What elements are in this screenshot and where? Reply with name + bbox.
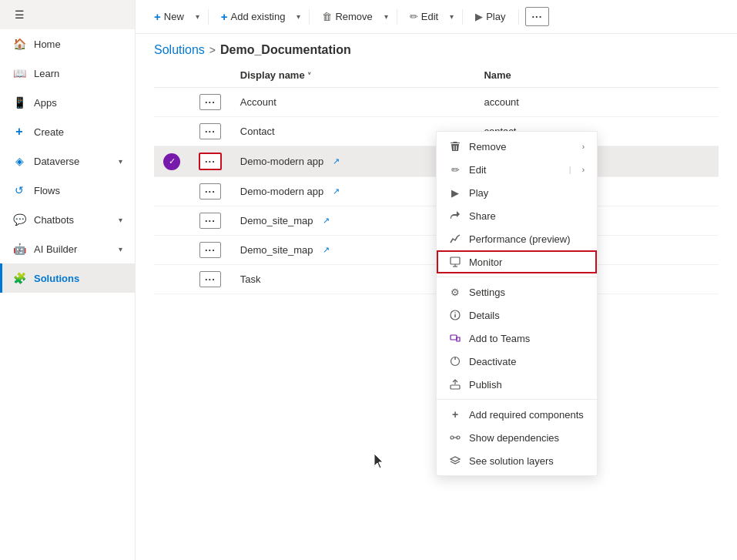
monitor-menu-icon bbox=[449, 256, 461, 268]
row-dots-cell: ··· bbox=[189, 117, 231, 146]
context-menu-item-monitor[interactable]: Monitor bbox=[437, 250, 597, 273]
row-more-button[interactable]: ··· bbox=[199, 123, 221, 139]
context-menu-item-add-to-teams[interactable]: Add to Teams bbox=[437, 327, 597, 350]
add-existing-chevron[interactable]: ▾ bbox=[294, 8, 303, 25]
remove-label: Remove bbox=[335, 11, 372, 22]
row-more-button[interactable]: ··· bbox=[199, 94, 221, 110]
sidebar-item-solutions-label: Solutions bbox=[34, 273, 122, 284]
separator-2 bbox=[309, 9, 310, 25]
context-menu-item-show-dependencies[interactable]: Show dependencies bbox=[437, 426, 597, 449]
menu-separator-1 bbox=[437, 277, 597, 277]
context-menu-item-deactivate[interactable]: Deactivate bbox=[437, 350, 597, 373]
new-button[interactable]: + New bbox=[148, 6, 190, 27]
sidebar-item-dataverse[interactable]: ◈ Dataverse ▾ bbox=[0, 146, 135, 176]
row-display-name: Demo-modern app bbox=[240, 186, 323, 197]
context-menu-item-see-solution-layers[interactable]: See solution layers bbox=[437, 449, 597, 472]
context-menu-item-details[interactable]: Details bbox=[437, 303, 597, 327]
toolbar: + New ▾ + Add existing ▾ 🗑 Remove ▾ ✏ Ed… bbox=[136, 0, 737, 34]
row-icon-cell bbox=[154, 88, 189, 117]
context-menu-item-publish[interactable]: Publish bbox=[437, 373, 597, 396]
hamburger-menu[interactable]: ☰ bbox=[0, 0, 135, 29]
home-icon: 🏠 bbox=[12, 37, 26, 51]
edit-menu-icon: ✏ bbox=[449, 163, 461, 176]
main-content: + New ▾ + Add existing ▾ 🗑 Remove ▾ ✏ Ed… bbox=[136, 0, 737, 560]
breadcrumb: Solutions > Demo_Documentation bbox=[136, 34, 737, 63]
sidebar-item-learn-label: Learn bbox=[34, 68, 122, 79]
context-menu-item-edit[interactable]: ✏ Edit | › bbox=[437, 158, 597, 181]
performance-menu-label: Performance (preview) bbox=[469, 233, 585, 245]
add-required-menu-icon: + bbox=[449, 408, 461, 421]
context-menu-item-settings[interactable]: ⚙ Settings bbox=[437, 280, 597, 303]
monitor-menu-label: Monitor bbox=[469, 257, 585, 268]
row-more-button[interactable]: ··· bbox=[199, 242, 221, 258]
sidebar-item-solutions[interactable]: 🧩 Solutions bbox=[0, 263, 135, 293]
row-icon-cell bbox=[154, 177, 189, 206]
edit-chevron[interactable]: ▾ bbox=[447, 8, 456, 25]
remove-chevron[interactable]: ▾ bbox=[382, 8, 390, 25]
external-link-icon: ↗ bbox=[333, 156, 340, 166]
see-solution-layers-menu-icon bbox=[449, 454, 461, 467]
row-icon-cell-selected: ✓ bbox=[154, 146, 189, 177]
context-menu-item-play[interactable]: ▶ Play bbox=[437, 181, 597, 204]
sidebar-item-learn[interactable]: 📖 Learn bbox=[0, 59, 135, 88]
row-icon-cell bbox=[154, 206, 189, 236]
svg-point-5 bbox=[454, 312, 456, 314]
context-menu-item-share[interactable]: Share bbox=[437, 204, 597, 227]
row-display-name: Demo_site_map bbox=[240, 215, 313, 226]
breadcrumb-solutions[interactable]: Solutions bbox=[154, 43, 205, 57]
row-dots-cell-selected: ··· bbox=[189, 146, 231, 177]
svg-point-11 bbox=[457, 436, 460, 439]
new-label: New bbox=[164, 11, 184, 22]
play-button[interactable]: ▶ Play bbox=[469, 7, 511, 26]
sort-icon: ˅ bbox=[307, 72, 311, 80]
deactivate-menu-icon bbox=[449, 355, 461, 367]
table-area: Display name ˅ Name ··· Account bbox=[136, 63, 737, 560]
sidebar-item-ai-builder[interactable]: 🤖 AI Builder ▾ bbox=[0, 234, 135, 263]
row-dots-cell: ··· bbox=[189, 236, 231, 265]
svg-rect-8 bbox=[451, 385, 460, 389]
svg-point-10 bbox=[451, 436, 454, 439]
sidebar-item-dataverse-label: Dataverse bbox=[34, 156, 111, 167]
sidebar-item-chatbots[interactable]: 💬 Chatbots ▾ bbox=[0, 205, 135, 234]
more-button[interactable]: ··· bbox=[525, 7, 550, 26]
play-label: Play bbox=[486, 11, 505, 22]
row-more-button[interactable]: ··· bbox=[199, 183, 221, 200]
sidebar-item-home[interactable]: 🏠 Home bbox=[0, 29, 135, 59]
row-icon-cell bbox=[154, 117, 189, 146]
settings-menu-label: Settings bbox=[469, 287, 585, 298]
context-menu-item-remove[interactable]: Remove › bbox=[437, 135, 597, 158]
row-name-cell: account bbox=[474, 88, 719, 117]
external-link-icon: ↗ bbox=[333, 186, 340, 196]
sidebar: ☰ 🏠 Home 📖 Learn 📱 Apps + Create ◈ Datav… bbox=[0, 0, 136, 560]
chevron-down-icon-2: ▾ bbox=[119, 216, 122, 224]
show-dependencies-menu-label: Show dependencies bbox=[469, 432, 585, 444]
sidebar-item-ai-builder-label: AI Builder bbox=[34, 243, 111, 255]
create-icon: + bbox=[12, 125, 26, 139]
context-menu-item-performance[interactable]: Performance (preview) bbox=[437, 227, 597, 250]
context-menu: Remove › ✏ Edit | › ▶ Play bbox=[436, 131, 598, 476]
hamburger-icon: ☰ bbox=[12, 8, 26, 22]
row-icon-cell bbox=[154, 265, 189, 294]
remove-button[interactable]: 🗑 Remove bbox=[316, 7, 378, 26]
sidebar-item-home-label: Home bbox=[34, 39, 122, 50]
add-to-teams-menu-icon bbox=[449, 332, 461, 344]
col-header-dots bbox=[189, 63, 231, 88]
menu-separator-2 bbox=[437, 399, 597, 400]
context-menu-item-add-required[interactable]: + Add required components bbox=[437, 403, 597, 426]
add-to-teams-menu-label: Add to Teams bbox=[469, 333, 585, 344]
add-existing-plus-icon: + bbox=[221, 10, 228, 23]
add-existing-button[interactable]: + Add existing bbox=[215, 6, 292, 27]
row-dots-cell: ··· bbox=[189, 88, 231, 117]
row-more-button-active[interactable]: ··· bbox=[199, 153, 222, 170]
sidebar-item-apps[interactable]: 📱 Apps bbox=[0, 88, 135, 117]
row-more-button[interactable]: ··· bbox=[199, 271, 221, 287]
row-more-button[interactable]: ··· bbox=[199, 213, 221, 229]
edit-button[interactable]: ✏ Edit bbox=[404, 7, 444, 26]
sidebar-item-create[interactable]: + Create bbox=[0, 117, 135, 146]
edit-icon: ✏ bbox=[410, 11, 418, 22]
sidebar-item-create-label: Create bbox=[34, 126, 122, 138]
new-chevron[interactable]: ▾ bbox=[193, 8, 202, 25]
sidebar-item-flows[interactable]: ↺ Flows bbox=[0, 176, 135, 205]
col-header-display-name[interactable]: Display name ˅ bbox=[231, 63, 475, 88]
add-required-menu-label: Add required components bbox=[469, 409, 585, 421]
